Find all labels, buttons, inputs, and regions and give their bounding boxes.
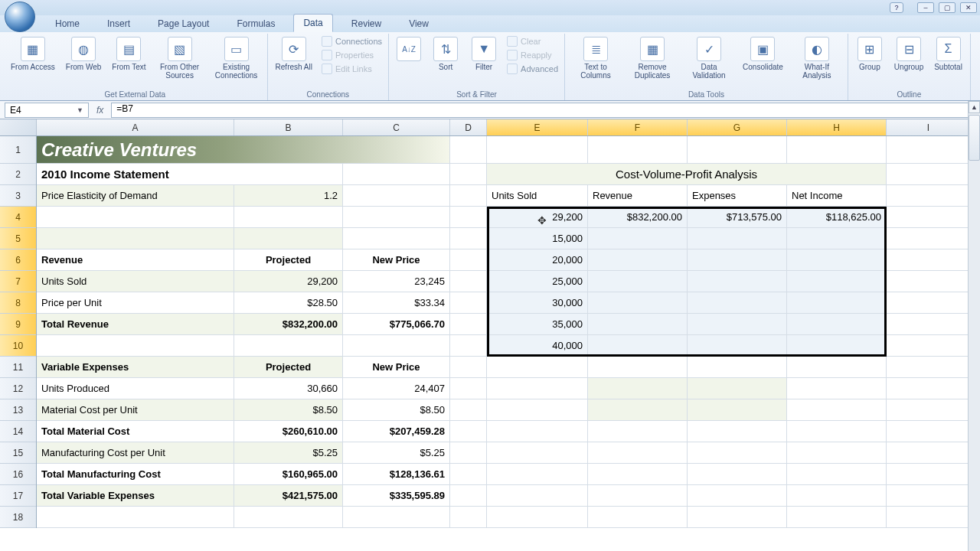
cell-I3[interactable] [887, 185, 971, 207]
cell-I5[interactable] [887, 228, 971, 249]
cell-B17[interactable]: $421,575.00 [234, 485, 343, 507]
cell-H15[interactable] [787, 442, 887, 464]
cell-B4[interactable] [234, 207, 343, 228]
cell-F5[interactable] [588, 228, 688, 249]
cell-B8[interactable]: $28.50 [234, 292, 343, 314]
group-button[interactable]: ⊞Group [853, 35, 887, 73]
cell-B11[interactable]: Projected [234, 357, 343, 378]
cell-E5[interactable]: 15,000 [487, 228, 588, 249]
cell-A15[interactable]: Manufacturing Cost per Unit [37, 442, 234, 464]
consolidate-button[interactable]: ▣Consolidate [740, 35, 786, 73]
col-D[interactable]: D [450, 119, 487, 135]
cell-B9[interactable]: $832,200.00 [234, 314, 343, 335]
cell-I11[interactable] [887, 357, 971, 378]
tab-page-layout[interactable]: Page Layout [149, 15, 218, 32]
cell-D5[interactable] [450, 228, 487, 249]
scroll-thumb[interactable] [969, 115, 980, 161]
from-other-sources-button[interactable]: ▧From Other Sources [154, 35, 206, 81]
cell-A11[interactable]: Variable Expenses [37, 357, 234, 378]
cell-D18[interactable] [450, 507, 487, 528]
col-A[interactable]: A [37, 119, 234, 135]
cell-A7[interactable]: Units Sold [37, 271, 234, 292]
remove-duplicates-button[interactable]: ▦Remove Duplicates [626, 35, 678, 81]
ungroup-button[interactable]: ⊟Ungroup [891, 35, 926, 73]
cell-G14[interactable] [688, 421, 787, 442]
cell-F15[interactable] [588, 442, 688, 464]
cell-H18[interactable] [787, 507, 887, 528]
cell-F18[interactable] [588, 507, 688, 528]
cell-A14[interactable]: Total Material Cost [37, 421, 234, 442]
name-box-dropdown-icon[interactable]: ▼ [77, 106, 83, 114]
cell-C5[interactable] [343, 228, 450, 249]
row-6[interactable]: 6 [0, 249, 36, 271]
cell-C15[interactable]: $5.25 [343, 442, 450, 464]
cell-I15[interactable] [887, 442, 971, 464]
close-button[interactable]: ✕ [960, 2, 977, 13]
cell-E7[interactable]: 25,000 [487, 271, 588, 292]
cell-H5[interactable] [787, 228, 887, 249]
from-access-button[interactable]: ▦From Access [8, 35, 58, 73]
maximize-button[interactable]: ▢ [939, 2, 956, 13]
scroll-up-button[interactable]: ▲ [969, 101, 980, 113]
row-10[interactable]: 10 [0, 335, 36, 357]
row-2[interactable]: 2 [0, 164, 36, 185]
cell-H16[interactable] [787, 464, 887, 485]
cell-E14[interactable] [487, 421, 588, 442]
cell-C3[interactable] [343, 185, 450, 207]
cell-A18[interactable] [37, 507, 234, 528]
cell-G3[interactable]: Expenses [688, 185, 787, 207]
cell-H10[interactable] [787, 335, 887, 357]
cell-I17[interactable] [887, 485, 971, 507]
row-13[interactable]: 13 [0, 399, 36, 421]
cell-B6[interactable]: Projected [234, 249, 343, 271]
cell-G18[interactable] [688, 507, 787, 528]
existing-connections-button[interactable]: ▭Existing Connections [211, 35, 263, 81]
cell-D6[interactable] [450, 249, 487, 271]
cell-E6[interactable]: 20,000 [487, 249, 588, 271]
cell-H12[interactable] [787, 378, 887, 399]
cell-A2[interactable]: 2010 Income Statement [37, 164, 343, 185]
row-15[interactable]: 15 [0, 442, 36, 464]
cell-C8[interactable]: $33.34 [343, 292, 450, 314]
cell-G10[interactable] [688, 335, 787, 357]
cell-G8[interactable] [688, 292, 787, 314]
cell-D14[interactable] [450, 421, 487, 442]
cell-G5[interactable] [688, 228, 787, 249]
cell-I9[interactable] [887, 314, 971, 335]
cell-C13[interactable]: $8.50 [343, 399, 450, 421]
row-11[interactable]: 11 [0, 357, 36, 378]
cell-E8[interactable]: 30,000 [487, 292, 588, 314]
what-if-analysis-button[interactable]: ◐What-If Analysis [791, 35, 843, 81]
cell-G13[interactable] [688, 399, 787, 421]
cell-D15[interactable] [450, 442, 487, 464]
tab-formulas[interactable]: Formulas [227, 15, 284, 32]
cell-D8[interactable] [450, 292, 487, 314]
cell-D17[interactable] [450, 485, 487, 507]
cell-A12[interactable]: Units Produced [37, 378, 234, 399]
cell-F11[interactable] [588, 357, 688, 378]
cell-G17[interactable] [688, 485, 787, 507]
cell-F9[interactable] [588, 314, 688, 335]
tab-home[interactable]: Home [46, 15, 89, 32]
cell-H14[interactable] [787, 421, 887, 442]
cell-C9[interactable]: $775,066.70 [343, 314, 450, 335]
cell-I8[interactable] [887, 292, 971, 314]
cell-H3[interactable]: Net Income [787, 185, 887, 207]
cell-H6[interactable] [787, 249, 887, 271]
cell-I7[interactable] [887, 271, 971, 292]
cell-A9[interactable]: Total Revenue [37, 314, 234, 335]
cell-C6[interactable]: New Price [343, 249, 450, 271]
cell-F8[interactable] [588, 292, 688, 314]
cell-H1[interactable] [787, 136, 887, 164]
name-box[interactable]: E4 ▼ [5, 103, 89, 118]
cell-D10[interactable] [450, 335, 487, 357]
row-12[interactable]: 12 [0, 378, 36, 399]
col-I[interactable]: I [887, 119, 971, 135]
cell-H7[interactable] [787, 271, 887, 292]
cell-D4[interactable] [450, 207, 487, 228]
cell-B16[interactable]: $160,965.00 [234, 464, 343, 485]
cell-D2[interactable] [450, 164, 487, 185]
cell-H13[interactable] [787, 399, 887, 421]
cell-E10[interactable]: 40,000 [487, 335, 588, 357]
col-C[interactable]: C [343, 119, 450, 135]
